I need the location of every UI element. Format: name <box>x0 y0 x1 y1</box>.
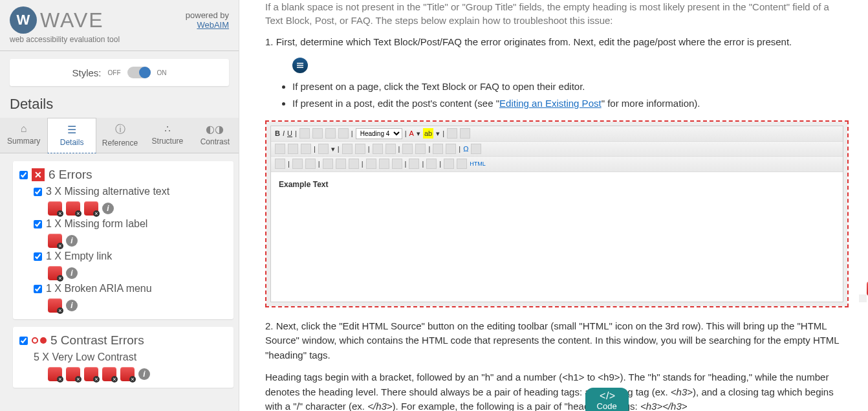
webaim-link[interactable]: WebAIM <box>197 20 229 30</box>
tagline: web accessibility evaluation tool <box>10 35 229 44</box>
info-icon[interactable]: i <box>66 300 78 311</box>
heading-select: Heading 4 <box>356 128 402 139</box>
error-icon: ✕ <box>32 168 45 181</box>
info-icon: ⓘ <box>115 123 125 137</box>
error-item: 1 X Empty link <box>34 250 227 262</box>
tab-details[interactable]: ☰Details <box>47 118 96 153</box>
item-checkbox[interactable] <box>34 188 42 196</box>
error-instance-icon[interactable] <box>48 201 62 216</box>
step-1: 1. First, determine which Text Block/Pos… <box>265 35 849 50</box>
error-instance-icon[interactable] <box>120 367 135 381</box>
list-item: If present in a post, edit the post's co… <box>292 96 849 111</box>
item-checkbox[interactable] <box>34 285 42 293</box>
list-item: If present on a page, click the Text Blo… <box>292 80 849 94</box>
editor-toolbar-2: | ▾| | | | | Ω <box>271 142 843 157</box>
error-instance-icon[interactable] <box>48 234 62 248</box>
error-instance-icon[interactable] <box>48 298 62 313</box>
styles-toggle-bar: Styles: OFF ON <box>10 59 229 86</box>
editor-screenshot: B I U | | Heading 4 | A ▾ ab ▾ | | ▾| | … <box>265 120 849 307</box>
heading-explanation: Heading tags begin with a bracket, follo… <box>265 370 849 411</box>
error-instance-icon[interactable] <box>84 201 98 216</box>
error-item: 3 X Missing alternative text <box>34 186 227 197</box>
error-instance-icon[interactable] <box>48 367 62 381</box>
details-panel[interactable]: ✕ 6 Errors 3 X Missing alternative text … <box>0 153 239 411</box>
info-icon[interactable]: i <box>102 203 114 214</box>
error-instance-icon[interactable] <box>66 367 80 381</box>
svg-rect-1 <box>297 65 303 66</box>
wave-logo-icon: W <box>10 6 37 34</box>
contrast-checkbox[interactable] <box>19 337 28 345</box>
sidebar-header: W WAVE powered by WebAIM web accessibili… <box>0 0 239 51</box>
wave-sidebar: W WAVE powered by WebAIM web accessibili… <box>0 0 239 411</box>
structure-icon: ⛬ <box>162 123 173 135</box>
code-panel-tab[interactable]: < / > Code <box>585 388 629 411</box>
info-icon[interactable]: i <box>66 235 78 247</box>
wave-annotation[interactable] <box>859 294 867 302</box>
wave-logo: W WAVE <box>10 6 104 34</box>
code-brackets-icon: < / > <box>600 390 614 402</box>
item-checkbox[interactable] <box>34 220 42 228</box>
error-instance-icon[interactable] <box>102 367 116 381</box>
contrast-item: 5 X Very Low Contrast <box>34 351 227 363</box>
svg-rect-2 <box>297 67 303 68</box>
item-checkbox[interactable] <box>34 252 42 261</box>
tab-contrast[interactable]: ◐◑Contrast <box>191 118 239 153</box>
section-title: Details <box>0 86 239 118</box>
error-instance-icon[interactable] <box>84 367 98 381</box>
error-instance-icon[interactable] <box>66 201 80 216</box>
list-icon: ☰ <box>67 124 76 136</box>
main-content[interactable]: If a blank space is not present in the "… <box>239 0 868 411</box>
tab-summary[interactable]: ⌂Summary <box>0 118 47 153</box>
error-instance-icon[interactable] <box>48 266 62 280</box>
editor-toolbar-1: B I U | | Heading 4 | A ▾ ab ▾ | <box>271 126 843 142</box>
editing-post-link[interactable]: Editing an Existing Post <box>499 98 602 109</box>
contrast-errors-icon <box>32 337 47 344</box>
step-1-bullets: If present on a page, click the Text Blo… <box>292 80 849 111</box>
styles-toggle[interactable] <box>127 67 151 78</box>
info-icon[interactable]: i <box>138 368 150 380</box>
errors-checkbox[interactable] <box>19 171 28 179</box>
error-item: 1 X Missing form label <box>34 218 227 230</box>
tab-reference[interactable]: ⓘReference <box>96 118 144 153</box>
wave-wordmark: WAVE <box>40 8 104 32</box>
svg-rect-0 <box>297 63 303 64</box>
step-2: 2. Next, click the "Edit HTML Source" bu… <box>265 319 849 363</box>
tab-structure[interactable]: ⛬Structure <box>144 118 191 153</box>
editor-body: Example Text <box>271 172 843 302</box>
info-icon[interactable]: i <box>66 267 78 279</box>
editor-toolbar-3: || | | || HTML <box>271 157 843 172</box>
contrast-icon: ◐◑ <box>206 123 224 135</box>
tab-bar: ⌂Summary ☰Details ⓘReference ⛬Structure … <box>0 118 239 153</box>
styles-label: Styles: <box>72 67 101 78</box>
error-item: 1 X Broken ARIA menu <box>34 283 227 294</box>
powered-by: powered by WebAIM <box>186 10 229 30</box>
errors-heading: ✕ 6 Errors <box>19 168 227 182</box>
editor-icon <box>292 58 308 73</box>
contrast-heading: 5 Contrast Errors <box>19 333 227 348</box>
home-icon: ⌂ <box>21 123 27 135</box>
intro-paragraph: If a blank space is not present in the "… <box>265 0 849 27</box>
